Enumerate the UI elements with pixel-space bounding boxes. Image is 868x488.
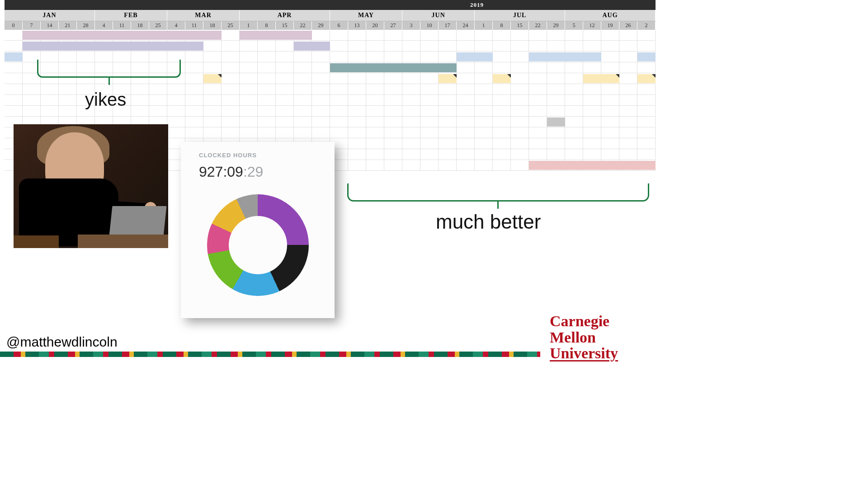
- month-cell: JAN: [5, 10, 95, 21]
- week-cell: 29: [547, 21, 565, 30]
- twitter-handle: @matthewdlincoln: [6, 334, 118, 350]
- week-cell: 28: [77, 21, 95, 30]
- month-cell: JUN: [402, 10, 475, 21]
- week-cell: 20: [366, 21, 384, 30]
- gantt-bar: [330, 63, 457, 72]
- week-cell: 5: [565, 21, 583, 30]
- donut-chart: [207, 194, 309, 296]
- week-cell: 18: [131, 21, 149, 30]
- week-cell: 1: [475, 21, 493, 30]
- year-header: 2019: [5, 0, 656, 10]
- week-cell: 22: [529, 21, 547, 30]
- week-cell: 14: [41, 21, 59, 30]
- week-cell: 29: [312, 21, 330, 30]
- gantt-bar: [493, 74, 511, 83]
- slide-root: 2019 JANFEBMARAPRMAYJUNJULAUG 0714212841…: [0, 0, 656, 371]
- week-cell: 4: [95, 21, 113, 30]
- gantt-bar: [529, 52, 601, 61]
- week-cell: 25: [222, 21, 240, 30]
- week-cell: 21: [59, 21, 77, 30]
- annotation-much-better: much better: [436, 211, 541, 233]
- week-cell: 3: [402, 21, 420, 30]
- week-cell: 7: [23, 21, 41, 30]
- week-cell: 26: [619, 21, 637, 30]
- clocked-hours-card: CLOCKED HOURS 927:09:29: [181, 142, 335, 318]
- clocked-hours-label: CLOCKED HOURS: [199, 152, 257, 159]
- week-cell: 1: [240, 21, 258, 30]
- month-cell: FEB: [95, 10, 167, 21]
- bracket-left: [37, 60, 181, 78]
- gantt-bar: [294, 42, 330, 51]
- month-cell: AUG: [565, 10, 656, 21]
- tartan-ribbon: [0, 352, 540, 357]
- bracket-right-tail: [497, 202, 499, 209]
- week-header-row: 0714212841118254111825181522296132027310…: [5, 21, 656, 30]
- week-cell: 22: [294, 21, 312, 30]
- gantt-bar: [583, 74, 619, 83]
- gantt-bar: [23, 31, 222, 40]
- clocked-hours-value: 927:09:29: [199, 164, 263, 180]
- month-cell: MAY: [330, 10, 402, 21]
- week-cell: 4: [167, 21, 185, 30]
- week-cell: 11: [113, 21, 131, 30]
- week-cell: 17: [439, 21, 457, 30]
- cmu-line-1: Carnegie: [550, 313, 645, 329]
- annotation-yikes: yikes: [85, 89, 126, 110]
- week-cell: 15: [276, 21, 294, 30]
- week-cell: 11: [185, 21, 203, 30]
- year-label: 2019: [470, 1, 484, 9]
- gantt-bar: [547, 117, 565, 127]
- week-cell: 15: [511, 21, 529, 30]
- month-cell: MAR: [167, 10, 240, 21]
- gantt-bar: [529, 161, 656, 170]
- month-cell: APR: [240, 10, 330, 21]
- cmu-line-2: Mellon: [550, 329, 645, 346]
- gantt-bar: [240, 31, 312, 40]
- gantt-bar: [5, 52, 23, 61]
- week-cell: 24: [457, 21, 475, 30]
- bracket-left-tail: [108, 78, 110, 85]
- gantt-bar: [457, 52, 493, 61]
- gantt-bar: [637, 52, 656, 61]
- cmu-line-3: University: [550, 345, 645, 361]
- month-header-row: JANFEBMARAPRMAYJUNJULAUG: [5, 10, 656, 21]
- week-cell: 19: [601, 21, 619, 30]
- hours-minor: :29: [243, 164, 263, 180]
- week-cell: 25: [149, 21, 167, 30]
- gantt-bar: [637, 74, 656, 83]
- week-cell: 10: [420, 21, 439, 30]
- week-cell: 13: [348, 21, 366, 30]
- week-cell: 27: [384, 21, 402, 30]
- week-cell: 8: [258, 21, 276, 30]
- week-cell: 8: [493, 21, 511, 30]
- hours-major: 927:09: [199, 164, 243, 180]
- week-cell: 12: [583, 21, 601, 30]
- reaction-gif-placeholder: [14, 124, 168, 248]
- gantt-bar: [23, 42, 203, 51]
- bracket-right: [347, 183, 649, 202]
- gantt-bar: [203, 74, 222, 83]
- week-cell: 2: [637, 21, 656, 30]
- cmu-wordmark: Carnegie Mellon University: [550, 313, 645, 361]
- week-cell: 18: [203, 21, 222, 30]
- week-cell: 0: [5, 21, 23, 30]
- month-cell: JUL: [475, 10, 565, 21]
- gantt-bar: [439, 74, 457, 83]
- week-cell: 6: [330, 21, 348, 30]
